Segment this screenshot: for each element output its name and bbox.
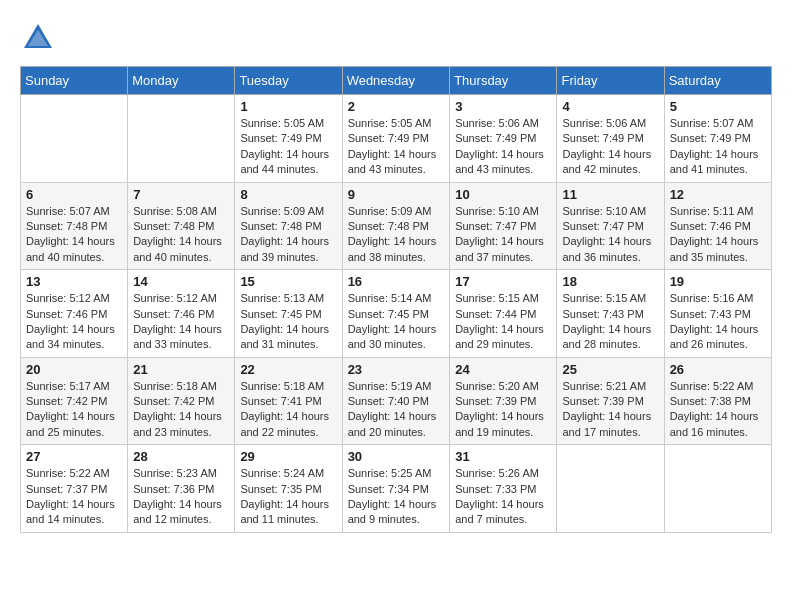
day-info: Sunrise: 5:10 AMSunset: 7:47 PMDaylight:… xyxy=(562,204,658,266)
calendar-header-tuesday: Tuesday xyxy=(235,67,342,95)
calendar-cell: 27Sunrise: 5:22 AMSunset: 7:37 PMDayligh… xyxy=(21,445,128,533)
day-number: 12 xyxy=(670,187,766,202)
day-info: Sunrise: 5:05 AMSunset: 7:49 PMDaylight:… xyxy=(348,116,445,178)
day-number: 11 xyxy=(562,187,658,202)
day-info: Sunrise: 5:08 AMSunset: 7:48 PMDaylight:… xyxy=(133,204,229,266)
day-number: 24 xyxy=(455,362,551,377)
calendar-cell xyxy=(557,445,664,533)
calendar-header-saturday: Saturday xyxy=(664,67,771,95)
day-info: Sunrise: 5:19 AMSunset: 7:40 PMDaylight:… xyxy=(348,379,445,441)
day-info: Sunrise: 5:20 AMSunset: 7:39 PMDaylight:… xyxy=(455,379,551,441)
calendar-cell: 21Sunrise: 5:18 AMSunset: 7:42 PMDayligh… xyxy=(128,357,235,445)
calendar-cell: 18Sunrise: 5:15 AMSunset: 7:43 PMDayligh… xyxy=(557,270,664,358)
calendar-week-1: 1Sunrise: 5:05 AMSunset: 7:49 PMDaylight… xyxy=(21,95,772,183)
day-number: 17 xyxy=(455,274,551,289)
calendar-cell: 2Sunrise: 5:05 AMSunset: 7:49 PMDaylight… xyxy=(342,95,450,183)
calendar-cell: 20Sunrise: 5:17 AMSunset: 7:42 PMDayligh… xyxy=(21,357,128,445)
calendar-cell: 23Sunrise: 5:19 AMSunset: 7:40 PMDayligh… xyxy=(342,357,450,445)
day-number: 20 xyxy=(26,362,122,377)
day-info: Sunrise: 5:07 AMSunset: 7:49 PMDaylight:… xyxy=(670,116,766,178)
day-number: 8 xyxy=(240,187,336,202)
day-number: 27 xyxy=(26,449,122,464)
calendar-cell xyxy=(21,95,128,183)
day-number: 13 xyxy=(26,274,122,289)
day-info: Sunrise: 5:21 AMSunset: 7:39 PMDaylight:… xyxy=(562,379,658,441)
day-info: Sunrise: 5:12 AMSunset: 7:46 PMDaylight:… xyxy=(26,291,122,353)
day-info: Sunrise: 5:18 AMSunset: 7:41 PMDaylight:… xyxy=(240,379,336,441)
day-info: Sunrise: 5:06 AMSunset: 7:49 PMDaylight:… xyxy=(455,116,551,178)
day-info: Sunrise: 5:13 AMSunset: 7:45 PMDaylight:… xyxy=(240,291,336,353)
day-number: 19 xyxy=(670,274,766,289)
day-number: 10 xyxy=(455,187,551,202)
calendar-cell: 5Sunrise: 5:07 AMSunset: 7:49 PMDaylight… xyxy=(664,95,771,183)
day-number: 1 xyxy=(240,99,336,114)
logo-icon xyxy=(20,20,56,56)
day-info: Sunrise: 5:26 AMSunset: 7:33 PMDaylight:… xyxy=(455,466,551,528)
day-number: 29 xyxy=(240,449,336,464)
day-number: 14 xyxy=(133,274,229,289)
day-info: Sunrise: 5:10 AMSunset: 7:47 PMDaylight:… xyxy=(455,204,551,266)
day-number: 31 xyxy=(455,449,551,464)
day-number: 6 xyxy=(26,187,122,202)
day-info: Sunrise: 5:23 AMSunset: 7:36 PMDaylight:… xyxy=(133,466,229,528)
calendar-table: SundayMondayTuesdayWednesdayThursdayFrid… xyxy=(20,66,772,533)
calendar-cell: 12Sunrise: 5:11 AMSunset: 7:46 PMDayligh… xyxy=(664,182,771,270)
calendar-cell: 9Sunrise: 5:09 AMSunset: 7:48 PMDaylight… xyxy=(342,182,450,270)
day-info: Sunrise: 5:06 AMSunset: 7:49 PMDaylight:… xyxy=(562,116,658,178)
calendar-header-row: SundayMondayTuesdayWednesdayThursdayFrid… xyxy=(21,67,772,95)
day-number: 23 xyxy=(348,362,445,377)
calendar-cell: 30Sunrise: 5:25 AMSunset: 7:34 PMDayligh… xyxy=(342,445,450,533)
calendar-header-thursday: Thursday xyxy=(450,67,557,95)
day-number: 5 xyxy=(670,99,766,114)
day-info: Sunrise: 5:09 AMSunset: 7:48 PMDaylight:… xyxy=(240,204,336,266)
calendar-cell: 31Sunrise: 5:26 AMSunset: 7:33 PMDayligh… xyxy=(450,445,557,533)
calendar-week-2: 6Sunrise: 5:07 AMSunset: 7:48 PMDaylight… xyxy=(21,182,772,270)
day-info: Sunrise: 5:11 AMSunset: 7:46 PMDaylight:… xyxy=(670,204,766,266)
calendar-week-3: 13Sunrise: 5:12 AMSunset: 7:46 PMDayligh… xyxy=(21,270,772,358)
day-number: 18 xyxy=(562,274,658,289)
day-info: Sunrise: 5:14 AMSunset: 7:45 PMDaylight:… xyxy=(348,291,445,353)
day-number: 3 xyxy=(455,99,551,114)
day-number: 28 xyxy=(133,449,229,464)
day-info: Sunrise: 5:12 AMSunset: 7:46 PMDaylight:… xyxy=(133,291,229,353)
calendar-header-friday: Friday xyxy=(557,67,664,95)
calendar-week-4: 20Sunrise: 5:17 AMSunset: 7:42 PMDayligh… xyxy=(21,357,772,445)
calendar-cell: 22Sunrise: 5:18 AMSunset: 7:41 PMDayligh… xyxy=(235,357,342,445)
calendar-cell: 13Sunrise: 5:12 AMSunset: 7:46 PMDayligh… xyxy=(21,270,128,358)
day-info: Sunrise: 5:24 AMSunset: 7:35 PMDaylight:… xyxy=(240,466,336,528)
calendar-cell: 17Sunrise: 5:15 AMSunset: 7:44 PMDayligh… xyxy=(450,270,557,358)
day-number: 30 xyxy=(348,449,445,464)
day-number: 2 xyxy=(348,99,445,114)
calendar-cell: 1Sunrise: 5:05 AMSunset: 7:49 PMDaylight… xyxy=(235,95,342,183)
calendar-cell: 24Sunrise: 5:20 AMSunset: 7:39 PMDayligh… xyxy=(450,357,557,445)
calendar-cell: 29Sunrise: 5:24 AMSunset: 7:35 PMDayligh… xyxy=(235,445,342,533)
calendar-cell: 3Sunrise: 5:06 AMSunset: 7:49 PMDaylight… xyxy=(450,95,557,183)
calendar-cell: 16Sunrise: 5:14 AMSunset: 7:45 PMDayligh… xyxy=(342,270,450,358)
day-number: 7 xyxy=(133,187,229,202)
calendar-cell: 8Sunrise: 5:09 AMSunset: 7:48 PMDaylight… xyxy=(235,182,342,270)
calendar-cell: 25Sunrise: 5:21 AMSunset: 7:39 PMDayligh… xyxy=(557,357,664,445)
day-info: Sunrise: 5:05 AMSunset: 7:49 PMDaylight:… xyxy=(240,116,336,178)
calendar-cell: 15Sunrise: 5:13 AMSunset: 7:45 PMDayligh… xyxy=(235,270,342,358)
calendar-cell xyxy=(128,95,235,183)
calendar-cell: 4Sunrise: 5:06 AMSunset: 7:49 PMDaylight… xyxy=(557,95,664,183)
calendar-cell: 7Sunrise: 5:08 AMSunset: 7:48 PMDaylight… xyxy=(128,182,235,270)
calendar-cell: 10Sunrise: 5:10 AMSunset: 7:47 PMDayligh… xyxy=(450,182,557,270)
calendar-week-5: 27Sunrise: 5:22 AMSunset: 7:37 PMDayligh… xyxy=(21,445,772,533)
calendar-cell: 19Sunrise: 5:16 AMSunset: 7:43 PMDayligh… xyxy=(664,270,771,358)
day-number: 26 xyxy=(670,362,766,377)
calendar-header-monday: Monday xyxy=(128,67,235,95)
calendar-cell: 14Sunrise: 5:12 AMSunset: 7:46 PMDayligh… xyxy=(128,270,235,358)
day-info: Sunrise: 5:07 AMSunset: 7:48 PMDaylight:… xyxy=(26,204,122,266)
day-number: 16 xyxy=(348,274,445,289)
calendar-cell: 6Sunrise: 5:07 AMSunset: 7:48 PMDaylight… xyxy=(21,182,128,270)
day-info: Sunrise: 5:16 AMSunset: 7:43 PMDaylight:… xyxy=(670,291,766,353)
day-info: Sunrise: 5:22 AMSunset: 7:38 PMDaylight:… xyxy=(670,379,766,441)
calendar-header-sunday: Sunday xyxy=(21,67,128,95)
day-info: Sunrise: 5:18 AMSunset: 7:42 PMDaylight:… xyxy=(133,379,229,441)
day-info: Sunrise: 5:17 AMSunset: 7:42 PMDaylight:… xyxy=(26,379,122,441)
page-header xyxy=(20,20,772,56)
day-number: 4 xyxy=(562,99,658,114)
day-number: 9 xyxy=(348,187,445,202)
day-number: 21 xyxy=(133,362,229,377)
